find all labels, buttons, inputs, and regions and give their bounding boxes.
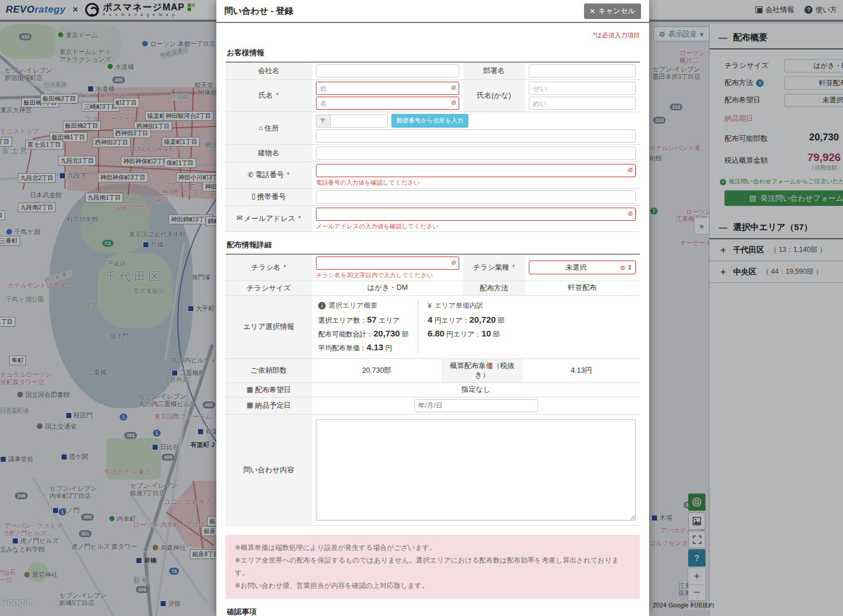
section-confirmation: 確認事項 [226,607,640,616]
area-summary-block: i選択エリア概要 選択エリア数：57 エリア 配布可能数合計：20,730 部 … [316,301,418,353]
section-distribution-detail: 配布情報詳細 [226,240,640,255]
department-label: 部署名 [463,63,525,79]
calendar-icon: ▦ [247,401,253,410]
flyer-name-error-text: チラシ名を30文字以内で入力してください [316,271,433,279]
flyer-name-input[interactable] [316,257,459,270]
mobile-input[interactable] [316,190,636,204]
delivery-date-label: ▦納品予定日 [226,397,312,414]
flyer-type-select[interactable]: 未選択 ⊘ ⇕ [529,261,636,274]
email-error-text: メールアドレスの入力値を確認してください [316,223,438,230]
unit-price-value: 4.13円 [571,366,592,376]
phone-icon: ✆ [248,171,254,180]
inquiry-body-label: 問い合わせ内容 [226,415,312,525]
flyer-name-label: チラシ名* [226,255,312,281]
modal-header: 問い合わせ - 登録 ✕ キャンセル [216,0,649,23]
last-name-kana-input[interactable] [529,82,636,95]
postal-code-input[interactable] [330,114,388,128]
calendar-icon: ▦ [247,385,253,395]
company-input[interactable] [316,64,459,78]
flyer-type-label: チラシ業種* [463,255,525,281]
phone-input[interactable] [316,164,636,177]
method-label: 配布方法 [463,281,525,295]
note-line: ※エリア全世帯への配布を保証するものではありません。選択エリアにおける配布数は配… [235,554,631,579]
select-arrows-icon: ⇕ [627,264,632,271]
first-name-input[interactable] [316,97,459,110]
postal-mark: 〒 [316,114,330,128]
phone-error-text: 電話番号の入力値を確認してください [316,179,419,186]
delivery-date-input[interactable] [414,399,538,412]
email-input[interactable] [316,208,636,221]
cancel-button[interactable]: ✕ キャンセル [584,3,641,19]
note-line: ※概算単価は端数処理により誤差が発生する場合がございます。 [235,541,631,554]
first-name-kana-input[interactable] [529,97,636,110]
building-input[interactable] [316,147,636,160]
home-icon: ⌂ [258,124,262,133]
unit-breakdown-block: ¥エリア単価内訳 4 円エリア：20,720 部 6.80 円エリア：10 部 [418,301,514,353]
section-customer-info: お客様情報 [226,48,640,63]
request-count-value: 20,730部 [362,366,391,376]
request-count-label: ご依頼部数 [226,359,312,382]
unit-price-label: 概算配布単価（税抜き） [441,359,523,382]
last-name-input[interactable] [316,82,459,95]
building-label: 建物名 [226,145,312,162]
mail-icon: ✉ [237,214,242,223]
company-label: 会社名 [226,63,312,79]
note-line: ※お問い合わせ後、営業担当が内容を確認の上対応致します。 [235,579,631,592]
mobile-icon: ▯ [251,192,255,201]
flyer-size-value: はがき・DM [367,283,407,293]
phone-label: ✆電話番号* [226,162,312,188]
address-input[interactable] [316,129,636,143]
close-icon: ✕ [590,7,596,16]
inquiry-modal: 問い合わせ - 登録 ✕ キャンセル *は必須入力項目 お客様情報 会社名 部署… [216,0,649,616]
mobile-label: ▯携帯番号 [226,189,312,205]
invalid-icon: ⊘ [620,264,625,271]
flyer-size-label: チラシサイズ [226,281,312,295]
yen-icon: ¥ [428,302,432,310]
modal-title: 問い合わせ - 登録 [224,6,293,17]
required-note: *は必須入力項目 [226,31,640,40]
name-kana-label: 氏名(かな) [463,80,525,112]
info-icon: i [318,302,326,309]
notes-box: ※概算単価は端数処理により誤差が発生する場合がございます。 ※エリア全世帯への配… [226,535,640,599]
app-root: 飯田橋4丁目飯田橋3丁目三崎町3丁目町2丁目猿楽町2神田駿河台2丁目飯田橋2丁目… [0,0,843,616]
method-value: 軒並配布 [568,283,597,293]
postal-lookup-button[interactable]: 郵便番号から住所を入力 [391,114,468,128]
department-input[interactable] [529,64,636,78]
area-selection-label: エリア選択情報 [226,296,312,358]
dist-date-label: ▦配布希望日 [226,383,312,397]
address-label: ⌂住所 [226,112,312,144]
dist-date-value: 指定なし [461,385,491,395]
inquiry-body-textarea[interactable] [316,419,636,521]
name-label: 氏名* [226,80,312,112]
email-label: ✉メールアドレス* [226,206,312,232]
